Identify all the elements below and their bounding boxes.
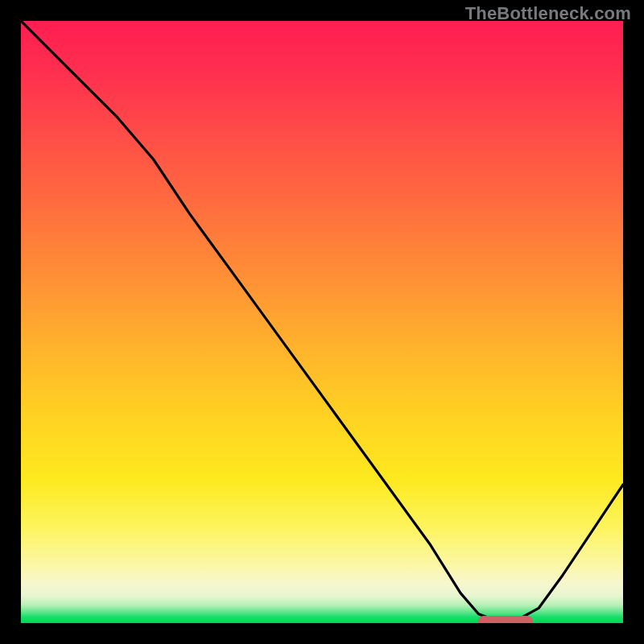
bottleneck-curve bbox=[21, 21, 623, 623]
watermark-text: TheBottleneck.com bbox=[465, 3, 631, 24]
chart-canvas: TheBottleneck.com bbox=[0, 0, 644, 644]
plot-area bbox=[21, 21, 623, 623]
optimum-marker bbox=[478, 616, 532, 623]
